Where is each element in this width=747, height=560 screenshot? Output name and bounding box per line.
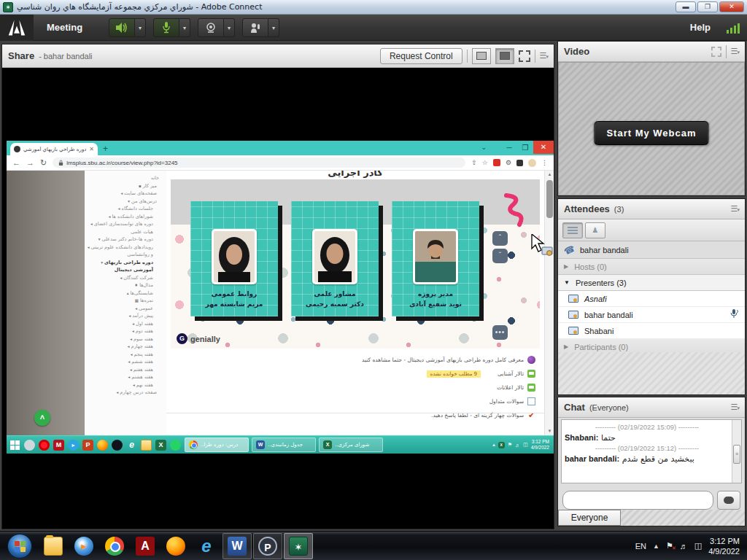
send-message-button[interactable] bbox=[717, 491, 740, 510]
lms-sidebar-item[interactable]: ▾درس‌های من bbox=[86, 198, 160, 206]
browser-tab[interactable]: درس: دوره طراحي بازيهاي آموزشي ✕ bbox=[10, 143, 98, 155]
slide-down-button[interactable]: ˇ bbox=[492, 249, 508, 263]
restore-button[interactable]: ❐ bbox=[697, 1, 718, 12]
shared-clock[interactable]: 3:12 PM 4/9/2022 bbox=[531, 439, 551, 451]
meeting-menu[interactable]: Meeting bbox=[34, 22, 96, 33]
acrobat-taskbar-button[interactable] bbox=[131, 533, 160, 559]
sidebar-extension-icon[interactable] bbox=[516, 160, 523, 166]
microphone-dropdown[interactable]: ▾ bbox=[179, 18, 190, 37]
word-task-button[interactable]: جدول زمانبندی.. bbox=[252, 438, 316, 452]
chrome-task-button[interactable]: درس: دوره طرا.. bbox=[185, 438, 249, 452]
page-scrollbar[interactable]: ▲ ▼ bbox=[544, 171, 554, 435]
lms-sidebar-item[interactable]: ▾دوره ها-خانم دکتر سدعلی bbox=[86, 236, 160, 244]
share-page-icon[interactable]: ⇧ bbox=[471, 159, 477, 166]
new-tab-button[interactable]: + bbox=[103, 144, 108, 154]
lms-sidebar-item[interactable]: ◂هفته دوم bbox=[86, 327, 160, 335]
lms-sidebar-item[interactable]: ◂شرکت کنندگان bbox=[86, 274, 160, 282]
whatsapp-icon[interactable] bbox=[170, 440, 181, 451]
attendees-pod-menu-icon[interactable]: ☰▾ bbox=[731, 204, 739, 214]
psiphon-taskbar-button[interactable] bbox=[253, 533, 282, 559]
red-m-icon[interactable] bbox=[53, 440, 64, 451]
slide-more-button[interactable]: ••• bbox=[492, 325, 508, 340]
minimize-button[interactable]: ▬ bbox=[676, 1, 696, 12]
lms-sidebar-item[interactable]: ◂صفحه درس چهارم bbox=[86, 389, 160, 397]
media-player-taskbar-button[interactable] bbox=[69, 533, 98, 559]
file-explorer-taskbar-button[interactable] bbox=[39, 533, 68, 559]
lms-sidebar-item[interactable]: ◂جلسات دانشگاه bbox=[86, 205, 160, 213]
file-explorer-icon[interactable] bbox=[141, 440, 152, 451]
reload-button[interactable]: ↻ bbox=[40, 158, 47, 168]
request-control-button[interactable]: Request Control bbox=[380, 48, 462, 64]
lms-sidebar-item[interactable]: ◂هفته سوم bbox=[86, 335, 160, 343]
tray-expand-icon[interactable]: ▲ bbox=[653, 542, 659, 550]
language-indicator[interactable]: EN bbox=[635, 542, 646, 551]
lms-sidebar-item[interactable]: ◂هفته پنجم bbox=[86, 351, 160, 359]
browser-minimize-button[interactable]: ─ bbox=[501, 144, 517, 152]
lms-sidebar-item[interactable]: ◂هفته هفتم bbox=[86, 366, 160, 374]
microphone-button[interactable] bbox=[153, 18, 179, 37]
lms-sidebar-item[interactable]: ◂دوره های توانمندسازی اعضای هیات علمی bbox=[86, 220, 160, 236]
volume-icon[interactable]: ♬ bbox=[680, 542, 688, 551]
chat-pod-menu-icon[interactable]: ☰▾ bbox=[731, 402, 739, 412]
obs-icon[interactable] bbox=[112, 440, 123, 451]
tray-excel-icon[interactable] bbox=[498, 442, 505, 448]
lms-sidebar-item[interactable]: ◂پیش درآمد bbox=[86, 312, 160, 320]
excel-task-button[interactable]: شورای مرکزی.. bbox=[319, 438, 383, 452]
hosts-section[interactable]: ▶ Hosts (0) bbox=[558, 259, 745, 275]
presenter-row[interactable]: bahar bandali bbox=[558, 307, 745, 323]
raise-hand-dropdown[interactable]: ▾ bbox=[268, 18, 279, 37]
course-item[interactable]: معرفی کامل دوره طراحی بازیهای آموزشی دیج… bbox=[166, 353, 535, 367]
presenter-row[interactable]: Asnafi bbox=[558, 291, 745, 307]
tab-close-icon[interactable]: ✕ bbox=[89, 146, 94, 152]
tray-network-icon[interactable]: ◫ bbox=[523, 442, 528, 448]
start-my-webcam-button[interactable]: Start My Webcam bbox=[594, 121, 708, 145]
lms-sidebar-item[interactable]: ▪میز کار bbox=[86, 182, 160, 190]
close-button[interactable]: ✕ bbox=[719, 1, 744, 12]
lms-sidebar-item[interactable]: ◂هفته هشتم bbox=[86, 373, 160, 381]
bookmark-star-icon[interactable]: ☆ bbox=[482, 159, 488, 166]
chat-scrollbar[interactable]: ≡ bbox=[732, 420, 741, 483]
back-to-top-button[interactable]: ˄ bbox=[34, 410, 50, 426]
lms-sidebar-item[interactable]: ◂هفته ششم bbox=[86, 358, 160, 366]
lms-sidebar-item[interactable]: ▴شایستگی‌ها bbox=[86, 289, 160, 298]
firefox-taskbar-button[interactable] bbox=[161, 533, 190, 559]
share-view-toggle-windowed[interactable] bbox=[472, 48, 491, 64]
extensions-puzzle-icon[interactable]: ⚙ bbox=[506, 159, 511, 166]
speaker-button[interactable] bbox=[109, 18, 135, 37]
browser-close-button[interactable]: ✕ bbox=[533, 141, 554, 154]
chat-scrollbar-thumb[interactable]: ≡ bbox=[733, 445, 740, 464]
video-pod-menu-icon[interactable]: ☰▾ bbox=[731, 47, 739, 56]
webcam-dropdown[interactable]: ▾ bbox=[224, 18, 235, 37]
back-button[interactable]: ← bbox=[12, 158, 20, 167]
powerpoint-icon[interactable] bbox=[82, 440, 93, 451]
lms-sidebar-item[interactable]: ◂هفته نهم bbox=[86, 381, 160, 389]
fullscreen-icon[interactable] bbox=[519, 50, 530, 62]
video-fullscreen-icon[interactable] bbox=[711, 47, 721, 57]
ie-icon[interactable] bbox=[126, 440, 137, 451]
presenters-section[interactable]: ▼ Presenters (3) bbox=[558, 275, 745, 291]
course-item[interactable]: سوالات چهار گزینه ای - لطفا پاسخ دهید. bbox=[166, 408, 535, 422]
adobe-connect-taskbar-button[interactable] bbox=[284, 533, 313, 559]
start-button[interactable] bbox=[7, 534, 32, 559]
course-item[interactable]: سوالات متداول bbox=[166, 394, 535, 408]
browser-menu-icon[interactable]: ⋮ bbox=[541, 159, 548, 166]
internet-explorer-taskbar-button[interactable] bbox=[192, 533, 221, 559]
lms-sidebar-item[interactable]: ◂شوراهای دانشکده ها bbox=[86, 213, 160, 221]
lms-sidebar-item[interactable]: ◂هفته اول bbox=[86, 320, 160, 328]
share-view-toggle-fit[interactable] bbox=[495, 48, 514, 64]
telegram-icon[interactable] bbox=[68, 440, 79, 451]
lms-sidebar-item[interactable]: ▾دوره طراحی بازیهای آموزشی دیجیتال bbox=[86, 259, 160, 274]
lms-sidebar-item[interactable]: خانه bbox=[86, 174, 160, 182]
scrollbar-thumb[interactable] bbox=[546, 180, 553, 218]
opera-icon[interactable] bbox=[39, 440, 50, 451]
webcam-button[interactable] bbox=[198, 18, 224, 37]
tray-speaker-icon[interactable]: ♬ bbox=[515, 443, 520, 448]
profile-avatar[interactable] bbox=[528, 159, 536, 167]
taskbar-clock[interactable]: 3:12 PM 4/9/2022 bbox=[708, 536, 740, 556]
everyone-tab[interactable]: Everyone bbox=[558, 510, 621, 526]
help-menu[interactable]: Help bbox=[690, 22, 711, 33]
course-item[interactable]: تالار اعلانات bbox=[166, 381, 535, 394]
genially-brand[interactable]: G genially bbox=[177, 333, 220, 344]
course-item[interactable]: تالار آشنایی9 مطلب خوانده نشده bbox=[166, 367, 535, 381]
tab-search-chevron-icon[interactable]: ⌄ bbox=[481, 144, 487, 151]
